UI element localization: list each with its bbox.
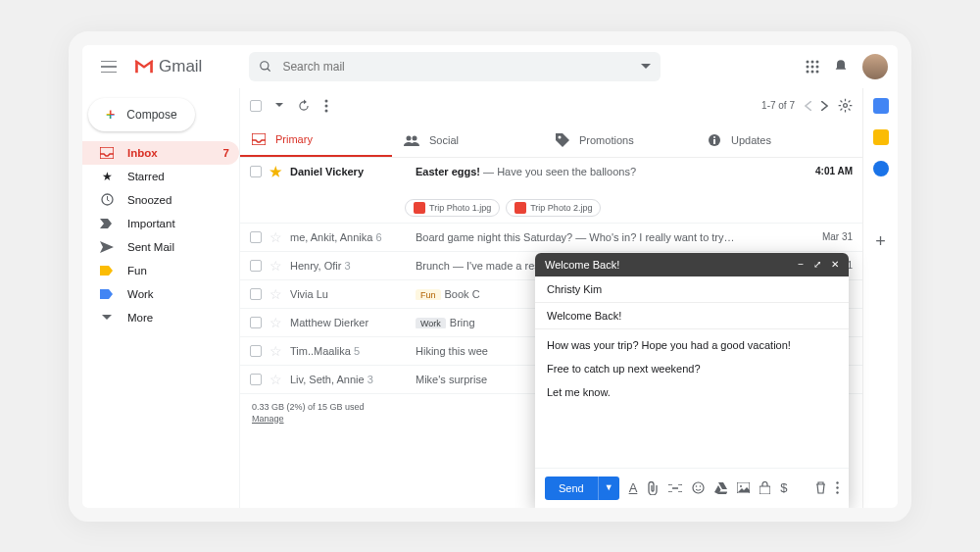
format-icon[interactable]: A <box>629 480 638 495</box>
important-icon <box>100 219 114 228</box>
money-icon[interactable]: $ <box>780 480 787 495</box>
attachment-chip[interactable]: Trip Photo 2.jpg <box>506 199 601 217</box>
search-input[interactable] <box>282 60 631 74</box>
star-icon[interactable]: ☆ <box>270 372 282 387</box>
attachment-chip[interactable]: Trip Photo 1.jpg <box>405 199 500 217</box>
emoji-icon[interactable] <box>692 481 705 494</box>
star-icon[interactable]: ★ <box>270 164 282 179</box>
expand-icon[interactable]: ⤢ <box>813 259 821 270</box>
tab-updates[interactable]: Updates <box>696 124 848 157</box>
sidebar-item-starred[interactable]: ★Starred <box>82 165 239 188</box>
label-tag[interactable]: Fun <box>416 289 441 300</box>
svg-point-27 <box>740 485 742 487</box>
row-checkbox[interactable] <box>250 374 262 385</box>
svg-point-5 <box>811 65 814 68</box>
add-addon-icon[interactable]: + <box>875 231 886 252</box>
link-icon[interactable] <box>668 484 682 492</box>
star-icon[interactable]: ☆ <box>270 315 282 330</box>
prev-page-icon[interactable] <box>805 101 811 111</box>
more-icon[interactable] <box>324 99 328 113</box>
label-icon <box>100 289 114 299</box>
subject-field[interactable]: Welcome Back! <box>535 303 849 329</box>
row-checkbox[interactable] <box>250 166 262 177</box>
settings-icon[interactable] <box>838 98 853 113</box>
row-checkbox[interactable] <box>250 345 262 357</box>
svg-point-4 <box>807 65 809 68</box>
svg-point-22 <box>713 136 715 138</box>
tab-promotions[interactable]: Promotions <box>544 124 696 157</box>
sidebar-item-more[interactable]: More <box>82 306 239 329</box>
star-icon[interactable]: ☆ <box>270 343 282 359</box>
svg-point-17 <box>407 135 412 140</box>
confidential-icon[interactable] <box>760 481 770 494</box>
inbox-icon <box>100 147 114 159</box>
sidebar-item-snoozed[interactable]: Snoozed <box>82 188 239 212</box>
notifications-icon[interactable] <box>833 59 849 75</box>
svg-rect-21 <box>713 139 715 144</box>
to-field[interactable]: Christy Kim <box>535 276 849 303</box>
tab-social[interactable]: Social <box>392 124 544 157</box>
side-panel: + <box>862 88 898 508</box>
svg-point-15 <box>844 104 848 108</box>
svg-point-3 <box>816 60 819 63</box>
drive-icon[interactable] <box>714 482 727 494</box>
send-button[interactable]: Send <box>545 477 598 500</box>
email-row[interactable]: ★ Daniel Vickery Easter eggs! — Have you… <box>240 158 862 224</box>
compose-header[interactable]: Welcome Back! − ⤢ ✕ <box>535 253 849 276</box>
search-bar[interactable] <box>249 52 661 81</box>
next-page-icon[interactable] <box>821 101 828 111</box>
refresh-icon[interactable] <box>297 99 311 113</box>
tasks-icon[interactable] <box>873 161 889 176</box>
pagination-info: 1-7 of 7 <box>761 100 795 111</box>
gmail-logo[interactable]: Gmail <box>133 57 202 76</box>
close-icon[interactable]: ✕ <box>831 259 839 270</box>
sidebar: + Compose Inbox 7 ★Starred Snoozed Impor… <box>82 88 239 508</box>
sidebar-item-inbox[interactable]: Inbox 7 <box>82 141 239 165</box>
star-icon[interactable]: ☆ <box>270 258 282 274</box>
svg-point-6 <box>816 65 819 68</box>
calendar-icon[interactable] <box>873 98 889 114</box>
email-row[interactable]: ☆me, Ankit, Annika 6Board game night thi… <box>240 224 862 252</box>
sent-icon <box>100 241 114 253</box>
label-tag[interactable]: Work <box>416 318 446 328</box>
row-checkbox[interactable] <box>250 231 262 243</box>
select-dropdown-icon[interactable] <box>275 103 283 108</box>
sidebar-item-work[interactable]: Work <box>82 282 239 306</box>
svg-rect-28 <box>760 486 770 494</box>
compose-window: Welcome Back! − ⤢ ✕ Christy Kim Welcome … <box>535 253 849 508</box>
people-icon <box>404 134 419 146</box>
delete-draft-icon[interactable] <box>815 481 826 494</box>
svg-point-14 <box>325 109 328 112</box>
select-all-checkbox[interactable] <box>250 100 262 112</box>
sidebar-item-fun[interactable]: Fun <box>82 259 239 282</box>
svg-point-23 <box>693 482 704 493</box>
image-icon <box>514 202 526 214</box>
star-icon[interactable]: ☆ <box>270 286 282 302</box>
sidebar-item-important[interactable]: Important <box>82 212 239 235</box>
sidebar-item-sent[interactable]: Sent Mail <box>82 235 239 259</box>
main-menu-button[interactable] <box>92 50 125 83</box>
svg-point-9 <box>816 70 819 73</box>
row-checkbox[interactable] <box>250 317 262 328</box>
keep-icon[interactable] <box>873 129 889 145</box>
svg-rect-10 <box>100 147 114 159</box>
star-icon[interactable]: ☆ <box>270 229 282 245</box>
svg-point-29 <box>836 481 838 483</box>
account-avatar[interactable] <box>862 54 888 79</box>
row-checkbox[interactable] <box>250 288 262 300</box>
compose-body[interactable]: How was your trip? Hope you had a good v… <box>535 329 849 468</box>
search-dropdown-icon[interactable] <box>641 64 651 70</box>
send-options-button[interactable]: ▼ <box>598 477 619 500</box>
svg-point-19 <box>559 135 562 138</box>
attach-icon[interactable] <box>647 481 659 495</box>
photo-icon[interactable] <box>737 482 750 493</box>
search-icon <box>259 60 272 74</box>
svg-point-18 <box>413 135 417 140</box>
compose-button[interactable]: + Compose <box>88 98 195 131</box>
apps-icon[interactable] <box>806 60 819 74</box>
more-options-icon[interactable] <box>836 481 839 494</box>
row-checkbox[interactable] <box>250 260 262 272</box>
svg-point-12 <box>325 99 328 102</box>
minimize-icon[interactable]: − <box>798 259 804 270</box>
tab-primary[interactable]: Primary <box>240 124 392 157</box>
